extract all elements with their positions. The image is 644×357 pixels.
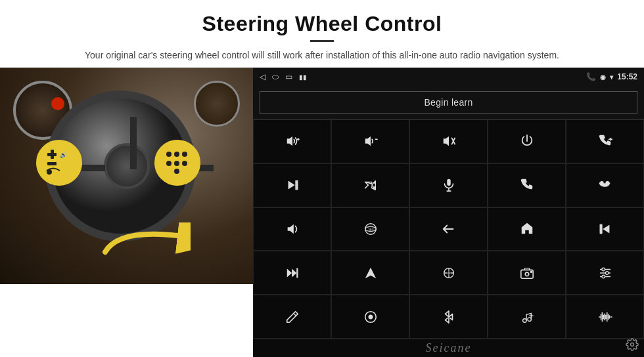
ctrl-circle-dot[interactable] (331, 295, 409, 339)
ctrl-hang-up[interactable] (566, 163, 644, 207)
svg-point-6 (174, 152, 179, 157)
gauge-right (194, 81, 240, 127)
recents-nav-icon[interactable]: ▭ (285, 72, 292, 81)
svg-line-28 (365, 185, 368, 188)
svg-text:🔊: 🔊 (60, 151, 68, 159)
svg-marker-40 (603, 225, 609, 234)
svg-marker-46 (365, 268, 376, 279)
ctrl-pen[interactable] (253, 295, 331, 339)
settings-gear-icon[interactable] (626, 338, 639, 354)
prev-track-icon (598, 222, 612, 236)
ctrl-vol-down[interactable] (331, 119, 409, 163)
ctrl-horn[interactable] (253, 207, 331, 251)
page-title: Steering Wheel Control (26, 12, 618, 36)
page-wrapper: Steering Wheel Control Your original car… (0, 0, 644, 357)
ctrl-eq[interactable] (409, 251, 488, 295)
ctrl-back[interactable] (409, 207, 488, 251)
fast-fwd-icon (285, 266, 300, 280)
ctrl-phone-prev[interactable] (566, 119, 644, 163)
steering-image: 🔊 (0, 68, 253, 284)
svg-rect-1 (51, 150, 54, 159)
ctrl-power[interactable] (488, 119, 566, 163)
subtitle: Your original car's steering wheel contr… (66, 49, 578, 62)
back-icon (442, 222, 456, 236)
svg-rect-2 (47, 162, 57, 165)
ctrl-mute[interactable] (409, 119, 488, 163)
svg-line-70 (526, 313, 531, 314)
nav-icon (363, 266, 378, 280)
steering-bg: 🔊 (0, 68, 253, 284)
ctrl-camera[interactable] (488, 251, 566, 295)
ctrl-fast-fwd[interactable] (253, 251, 331, 295)
svg-marker-13 (287, 136, 292, 146)
right-button-cluster (154, 140, 200, 186)
sound-wave-icon (598, 310, 612, 324)
pen-icon (285, 310, 300, 324)
svg-point-7 (182, 152, 187, 157)
ctrl-nav[interactable] (331, 251, 409, 295)
svg-point-8 (166, 161, 172, 166)
circle-dot-icon (363, 310, 378, 324)
vol-up-icon (285, 134, 300, 148)
svg-point-60 (601, 268, 605, 271)
svg-point-67 (527, 318, 531, 322)
svg-text:360°: 360° (368, 228, 375, 232)
back-nav-icon[interactable]: ◁ (260, 72, 265, 81)
left-button-cluster: 🔊 (36, 140, 82, 186)
seicane-bar: Seicane (253, 339, 644, 357)
wifi-status-icon: ▾ (610, 74, 613, 81)
phone-status-icon: 📞 (586, 72, 596, 81)
controls-grid: 360° (253, 119, 644, 339)
ctrl-prev-track[interactable] (566, 207, 644, 251)
steering-wheel-hub (104, 143, 150, 189)
begin-learn-row: Begin learn (253, 86, 644, 119)
360-icon: 360° (363, 222, 378, 236)
right-cluster-icon (162, 148, 193, 178)
home-nav-icon[interactable]: ⬭ (272, 72, 279, 81)
svg-point-10 (182, 161, 187, 166)
arrow-container (99, 222, 191, 264)
svg-point-65 (369, 315, 373, 319)
ctrl-shuffle[interactable] (331, 163, 409, 207)
nav-icons: ◁ ⬭ ▭ ▮▮ (260, 72, 307, 81)
shuffle-icon (363, 178, 378, 192)
ctrl-settings-eq[interactable] (566, 251, 644, 295)
power-icon (520, 134, 534, 148)
svg-marker-44 (292, 268, 296, 277)
horn-icon (285, 222, 300, 236)
svg-point-66 (522, 318, 526, 322)
ctrl-vol-up[interactable] (253, 119, 331, 163)
header-section: Steering Wheel Control Your original car… (0, 0, 644, 68)
svg-point-62 (601, 275, 605, 278)
svg-point-83 (631, 343, 634, 346)
svg-marker-23 (288, 181, 294, 190)
spoke-top (130, 117, 137, 169)
ctrl-next[interactable] (253, 163, 331, 207)
status-right: 📞 ◉ ▾ 15:52 (586, 72, 637, 81)
svg-point-4 (47, 169, 52, 175)
home-icon (520, 222, 534, 236)
svg-point-11 (174, 169, 179, 174)
arrow-icon (99, 222, 191, 262)
eq-icon (442, 266, 456, 280)
gauge-red-indicator (51, 97, 64, 110)
hang-up-icon (598, 178, 612, 192)
svg-point-9 (174, 161, 179, 166)
ctrl-home[interactable] (488, 207, 566, 251)
ctrl-360[interactable]: 360° (331, 207, 409, 251)
status-bar: ◁ ⬭ ▭ ▮▮ 📞 ◉ ▾ 15:52 (253, 68, 644, 86)
svg-point-56 (530, 271, 532, 272)
ctrl-bluetooth[interactable] (409, 295, 488, 339)
ctrl-sound-wave[interactable] (566, 295, 644, 339)
ctrl-mic[interactable] (409, 163, 488, 207)
ctrl-music-settings[interactable] (488, 295, 566, 339)
camera-icon (520, 266, 534, 280)
status-time: 15:52 (617, 72, 637, 81)
begin-learn-button[interactable]: Begin learn (260, 91, 637, 114)
location-status-icon: ◉ (600, 74, 606, 81)
music-settings-icon (520, 310, 534, 324)
signal-icon: ▮▮ (299, 74, 307, 81)
ctrl-phone-answer[interactable] (488, 163, 566, 207)
svg-rect-34 (447, 179, 451, 186)
svg-point-55 (525, 272, 529, 276)
